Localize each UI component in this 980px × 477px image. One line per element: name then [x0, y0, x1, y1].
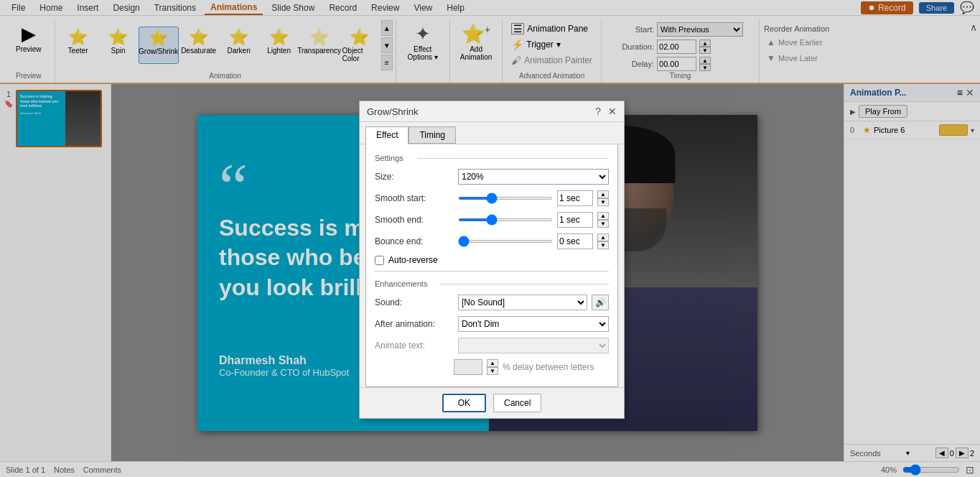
- smooth-start-down[interactable]: ▼: [597, 198, 609, 206]
- sound-label: Sound:: [375, 297, 454, 307]
- bounce-end-down[interactable]: ▼: [597, 241, 609, 249]
- smooth-end-up[interactable]: ▲: [597, 212, 609, 220]
- delay-pct-label: % delay between letters: [503, 362, 594, 372]
- modal-overlay: Grow/Shrink ? ✕ Effect Timing Settings S…: [0, 0, 980, 477]
- auto-reverse-checkbox[interactable]: [375, 256, 384, 265]
- sound-select[interactable]: [No Sound] Applause Camera Chime: [458, 295, 587, 310]
- dialog-title: Grow/Shrink: [367, 106, 419, 117]
- smooth-end-input[interactable]: [557, 212, 593, 228]
- after-anim-select[interactable]: Don't Dim Hide After Animation Hide on N…: [458, 316, 609, 332]
- delay-pct-up[interactable]: ▲: [487, 359, 498, 367]
- smooth-start-label: Smooth start:: [375, 193, 454, 203]
- smooth-end-down[interactable]: ▼: [597, 220, 609, 228]
- dialog-help-button[interactable]: ?: [595, 106, 601, 117]
- grow-shrink-dialog: Grow/Shrink ? ✕ Effect Timing Settings S…: [359, 101, 625, 419]
- bounce-end-input[interactable]: [557, 233, 593, 249]
- size-label: Size:: [375, 172, 454, 182]
- size-select[interactable]: 120% 150% 200% Custom...: [458, 169, 609, 185]
- bounce-end-slider[interactable]: [458, 240, 553, 243]
- delay-pct-down[interactable]: ▼: [487, 367, 498, 375]
- delay-percent-input[interactable]: [454, 359, 482, 375]
- sound-play-button[interactable]: 🔊: [592, 295, 609, 310]
- enhancements-label: Enhancements: [375, 279, 430, 288]
- auto-reverse-label[interactable]: Auto-reverse: [388, 255, 438, 265]
- cancel-button[interactable]: Cancel: [493, 394, 541, 412]
- animate-text-label: Animate text:: [375, 341, 454, 351]
- smooth-end-slider[interactable]: [458, 218, 553, 221]
- dialog-titlebar: Grow/Shrink ? ✕: [360, 101, 624, 122]
- animate-text-select[interactable]: [458, 338, 609, 353]
- smooth-end-label: Smooth end:: [375, 215, 454, 225]
- bounce-end-up[interactable]: ▲: [597, 233, 609, 241]
- bounce-end-label: Bounce end:: [375, 236, 454, 246]
- tab-effect[interactable]: Effect: [365, 126, 409, 144]
- after-anim-label: After animation:: [375, 319, 454, 329]
- dialog-close-button[interactable]: ✕: [608, 106, 617, 117]
- tab-timing[interactable]: Timing: [409, 126, 456, 144]
- smooth-start-slider[interactable]: [458, 197, 553, 200]
- settings-label: Settings: [375, 154, 406, 162]
- ok-button[interactable]: OK: [442, 394, 486, 412]
- smooth-start-up[interactable]: ▲: [597, 190, 609, 198]
- smooth-start-input[interactable]: [557, 190, 593, 206]
